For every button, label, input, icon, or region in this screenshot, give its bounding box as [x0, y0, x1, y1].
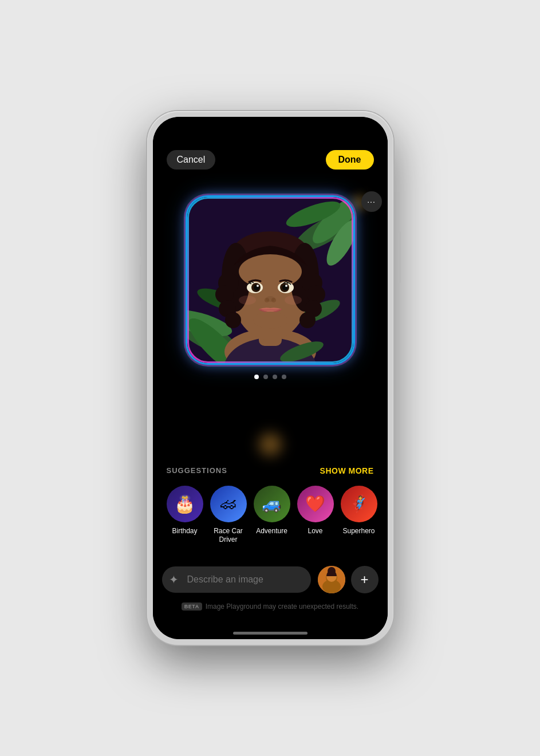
input-bar: ✦ +: [162, 566, 379, 593]
dot-2: [263, 375, 268, 379]
done-button[interactable]: Done: [326, 150, 374, 170]
more-options-button[interactable]: ···: [361, 191, 382, 212]
beta-notice: BETA Image Playground may create unexpec…: [153, 603, 388, 611]
phone-screen: Cancel Done ···: [153, 117, 388, 639]
suggestions-section: SUGGESTIONS SHOW MORE 🎂 Birthday 🏎: [153, 466, 388, 545]
superhero-label: Superhero: [342, 527, 375, 536]
svg-point-33: [285, 285, 287, 287]
show-more-button[interactable]: SHOW MORE: [320, 466, 374, 475]
beta-badge: BETA: [182, 603, 202, 611]
superhero-icon: 🦸: [341, 486, 377, 522]
beta-notice-text: Image Playground may create unexpected r…: [206, 603, 358, 611]
suggestion-birthday[interactable]: 🎂 Birthday: [167, 486, 203, 545]
ai-generated-image[interactable]: [187, 197, 353, 363]
phone-frame: Cancel Done ···: [147, 111, 393, 645]
birthday-label: Birthday: [172, 527, 197, 536]
suggestions-title: SUGGESTIONS: [167, 466, 227, 475]
svg-point-36: [271, 298, 276, 302]
birthday-icon: 🎂: [167, 486, 203, 522]
adventure-label: Adventure: [256, 527, 287, 536]
love-icon: ❤️: [297, 486, 334, 522]
playground-icon: ✦: [169, 573, 179, 586]
add-button[interactable]: +: [351, 566, 379, 593]
love-label: Love: [308, 527, 322, 536]
page-indicator: [254, 375, 286, 379]
volume-down-button[interactable]: [140, 265, 142, 301]
svg-point-39: [253, 312, 287, 329]
glow-orb-center: [253, 427, 287, 462]
suggestions-grid: 🎂 Birthday 🏎 Race CarDriver: [167, 486, 374, 545]
suggestion-love[interactable]: ❤️ Love: [297, 486, 334, 545]
svg-point-37: [239, 296, 256, 305]
mute-button[interactable]: [140, 191, 142, 212]
cancel-button[interactable]: Cancel: [167, 150, 216, 170]
adventure-icon: 🚙: [254, 486, 290, 522]
describe-input[interactable]: [162, 566, 311, 593]
suggestion-superhero[interactable]: 🦸 Superhero: [341, 486, 377, 545]
dot-1: [254, 375, 259, 379]
suggestion-racecar[interactable]: 🏎 Race CarDriver: [210, 486, 247, 545]
input-wrapper: ✦: [162, 566, 312, 593]
app-screen: Cancel Done ···: [153, 117, 388, 639]
dot-3: [273, 375, 277, 379]
racecar-label: Race CarDriver: [214, 527, 243, 545]
svg-point-35: [265, 298, 269, 302]
suggestion-adventure[interactable]: 🚙 Adventure: [254, 486, 290, 545]
image-container: ···: [187, 197, 353, 363]
image-area: ···: [153, 174, 388, 379]
svg-point-24: [299, 312, 316, 328]
volume-up-button[interactable]: [140, 220, 142, 257]
racecar-icon: 🏎: [210, 486, 247, 522]
svg-point-38: [285, 296, 302, 305]
svg-point-46: [328, 567, 336, 575]
svg-point-29: [257, 285, 259, 287]
top-navigation-bar: Cancel Done: [153, 117, 388, 174]
suggestions-header: SUGGESTIONS SHOW MORE: [167, 466, 374, 475]
power-button[interactable]: [399, 231, 401, 283]
home-indicator[interactable]: [233, 632, 308, 635]
dot-4: [282, 375, 286, 379]
svg-point-20: [225, 312, 241, 328]
avatar-button[interactable]: [318, 566, 345, 593]
